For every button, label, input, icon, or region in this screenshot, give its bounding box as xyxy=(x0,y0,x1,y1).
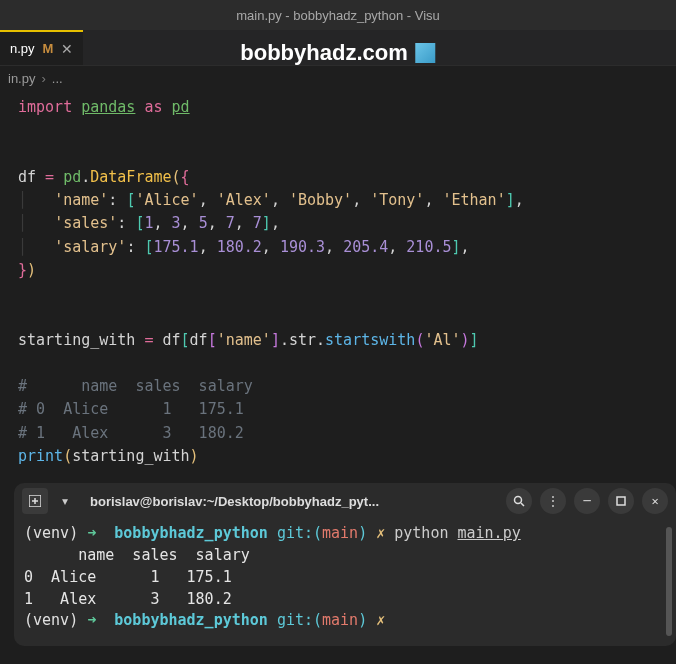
terminal-panel: ▾ borislav@borislav:~/Desktop/bobbyhadz_… xyxy=(14,483,676,646)
code-line: import pandas as pd xyxy=(18,96,658,119)
terminal-line: 0 Alice 1 175.1 xyxy=(24,567,666,589)
kebab-icon: ⋮ xyxy=(547,494,559,508)
plus-box-icon xyxy=(29,495,41,507)
code-line xyxy=(18,119,658,142)
breadcrumb-more: ... xyxy=(52,71,63,86)
code-line: │ 'salary': [175.1, 180.2, 190.3, 205.4,… xyxy=(18,236,658,259)
terminal-line: (venv) ➜ bobbybhadz_python git:(main) ✗ … xyxy=(24,523,666,545)
tab-main-py[interactable]: n.py M ✕ xyxy=(0,30,83,65)
minimize-button[interactable]: ─ xyxy=(574,488,600,514)
terminal-scrollbar[interactable] xyxy=(666,527,672,636)
code-line xyxy=(18,282,658,305)
code-line: │ 'name': ['Alice', 'Alex', 'Bobby', 'To… xyxy=(18,189,658,212)
window-title: main.py - bobbyhadz_python - Visu xyxy=(236,8,440,23)
terminal-header: ▾ borislav@borislav:~/Desktop/bobbyhadz_… xyxy=(14,483,676,519)
terminal-line: 1 Alex 3 180.2 xyxy=(24,589,666,611)
code-line: starting_with = df[df['name'].str.starts… xyxy=(18,329,658,352)
tab-modified-indicator: M xyxy=(43,41,54,56)
code-line: df = pd.DataFrame({ xyxy=(18,166,658,189)
terminal-title: borislav@borislav:~/Desktop/bobbyhadz_py… xyxy=(82,494,498,509)
search-icon xyxy=(513,495,525,507)
breadcrumb[interactable]: in.py › ... xyxy=(0,66,676,90)
svg-point-1 xyxy=(515,497,522,504)
code-comment: # 1 Alex 3 180.2 xyxy=(18,422,658,445)
terminal-line: name sales salary xyxy=(24,545,666,567)
terminal-line: (venv) ➜ bobbybhadz_python git:(main) ✗ xyxy=(24,610,666,632)
maximize-button[interactable] xyxy=(608,488,634,514)
code-editor[interactable]: import pandas as pd df = pd.DataFrame({ … xyxy=(0,90,676,474)
overlay-text: bobbyhadz.com xyxy=(240,40,407,66)
code-line: }) xyxy=(18,259,658,282)
new-tab-button[interactable] xyxy=(22,488,48,514)
code-comment: # name sales salary xyxy=(18,375,658,398)
code-line: print(starting_with) xyxy=(18,445,658,468)
close-icon[interactable]: ✕ xyxy=(61,41,73,57)
terminal-output[interactable]: (venv) ➜ bobbybhadz_python git:(main) ✗ … xyxy=(14,519,676,646)
overlay-watermark: bobbyhadz.com xyxy=(240,40,435,66)
breadcrumb-file: in.py xyxy=(8,71,35,86)
code-comment: # 0 Alice 1 175.1 xyxy=(18,398,658,421)
cube-icon xyxy=(416,43,436,63)
menu-button[interactable]: ⋮ xyxy=(540,488,566,514)
code-line: │ 'sales': [1, 3, 5, 7, 7], xyxy=(18,212,658,235)
svg-rect-2 xyxy=(617,497,625,505)
minimize-icon: ─ xyxy=(583,494,590,508)
chevron-right-icon: › xyxy=(41,71,45,86)
chevron-down-icon[interactable]: ▾ xyxy=(56,492,74,510)
window-title-bar: main.py - bobbyhadz_python - Visu xyxy=(0,0,676,30)
code-line xyxy=(18,352,658,375)
search-button[interactable] xyxy=(506,488,532,514)
code-line xyxy=(18,143,658,166)
close-icon: ✕ xyxy=(651,494,658,508)
code-line xyxy=(18,305,658,328)
tab-filename: n.py xyxy=(10,41,35,56)
close-terminal-button[interactable]: ✕ xyxy=(642,488,668,514)
maximize-icon xyxy=(616,496,626,506)
